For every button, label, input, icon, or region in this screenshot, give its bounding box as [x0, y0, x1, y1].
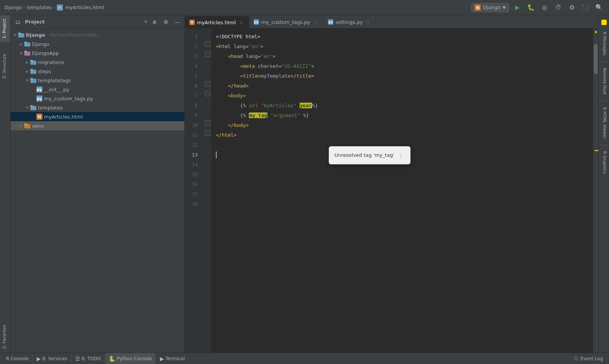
tree-django-sub[interactable]: Django [11, 39, 184, 48]
unresolved-tag-tooltip: Unresolved tag 'my_tag' ⋮ [329, 146, 411, 164]
statusbar-todo[interactable]: ☰ 6: TODO [72, 353, 104, 364]
run-button[interactable]: ▶ [512, 2, 523, 13]
editor-area: H myArticles.html × py my_custom_tags.py… [185, 15, 598, 353]
tab-close-myarticles[interactable]: × [238, 19, 244, 25]
right-panel-packages[interactable]: R Packages [599, 27, 609, 60]
fold-marker-3[interactable]: − [205, 52, 210, 57]
sidebar-item-structure[interactable]: Z: Structure [0, 50, 10, 83]
todo-label: 6: TODO [81, 356, 101, 361]
sidebar-item-favorites[interactable]: 2: Favorites [0, 321, 10, 353]
tree-djangoapp[interactable]: DjangoApp [11, 48, 184, 58]
fold-marker-11[interactable]: − [205, 130, 210, 136]
vertical-scrollbar[interactable] [593, 29, 598, 353]
code-line-9: {% my_tag "argument" %} [216, 111, 589, 120]
folder-icon-templates [30, 105, 36, 110]
code-content[interactable]: <!DOCTYPE html> <html lang="en"> <head l… [211, 29, 593, 353]
code-text-6: </head> [228, 81, 249, 91]
profile-button[interactable]: ⏱ [553, 2, 564, 13]
coverage-button[interactable]: ◎ [539, 2, 550, 13]
fold-marker-10[interactable]: − [205, 120, 210, 126]
tab-settings[interactable]: py settings.py × [323, 16, 376, 28]
statusbar-terminal[interactable]: ▶ Terminal [157, 353, 188, 364]
fold-marker-7[interactable]: − [205, 91, 210, 96]
run-config-selector[interactable]: dj Django ▼ [471, 3, 509, 12]
stop-button[interactable]: ⬛ [580, 2, 591, 13]
tooltip-menu-button[interactable]: ⋮ [397, 152, 405, 159]
tree-migrations[interactable]: migrations [11, 58, 184, 67]
run-config-dropdown-icon: ▼ [503, 5, 506, 9]
tab-myarticles[interactable]: H myArticles.html × [185, 16, 249, 28]
code-text-1: <!DOCTYPE html> [216, 32, 260, 42]
django-icon: dj [475, 5, 481, 11]
breadcrumb-templates[interactable]: templates [27, 5, 52, 10]
code-editor[interactable]: 1 2 3 4 5 6 7 8 9 10 11 12 13 14 15 16 1… [185, 29, 598, 353]
code-text-5: <title>myTemplate</title> [240, 71, 314, 81]
right-panel-remote[interactable]: Remote Host [599, 63, 609, 99]
right-panel-html-viewer[interactable]: R HTML Viewer [599, 103, 609, 143]
folder-icon-btn[interactable]: 🗂 [14, 18, 22, 26]
code-text-9: {% my_tag "argument" %} [240, 111, 309, 120]
statusbar-python-console[interactable]: 🐍 Python Console [106, 353, 155, 364]
breadcrumb-sep1: › [23, 5, 25, 10]
todo-icon: ☰ [75, 356, 80, 362]
collapse-btn[interactable]: — [173, 18, 181, 26]
tab-icon-myarticles: H [189, 20, 195, 25]
tree-label-customtags: my_custom_tags.py [44, 96, 93, 102]
code-line-10: </body> [216, 120, 589, 130]
tab-close-customtags[interactable]: × [312, 19, 319, 25]
debug-button[interactable]: 🐛 [526, 2, 536, 13]
settings-gear-btn[interactable]: ⚙ [162, 18, 170, 26]
search-button[interactable]: 🔍 [594, 2, 604, 13]
r-console-label: R Console [6, 356, 29, 361]
tree-arrow-root [12, 32, 18, 38]
tree-label-venv: venv [32, 123, 44, 129]
tab-label-settings: settings.py [336, 19, 363, 25]
tab-customtags[interactable]: py my_custom_tags.py × [249, 16, 323, 28]
code-line-11: </html> [216, 130, 589, 140]
tree-root-path: ~/PycharmProjects/Djan... [47, 33, 102, 37]
code-line-8: {% url "myArticles" year%} [216, 101, 589, 111]
tree-init-py[interactable]: py __init__.py [11, 85, 184, 94]
tree-venv[interactable]: venv [11, 121, 184, 130]
tree-myarticles-html[interactable]: H myArticles.html [11, 112, 184, 121]
breadcrumb-sep2: › [53, 5, 55, 10]
text-cursor [216, 152, 217, 158]
file-icon-myarticles: H [36, 114, 42, 120]
titlebar: Django › templates › H myArticles.html d… [0, 0, 609, 15]
python-icon: 🐍 [109, 356, 115, 362]
tree-templates-folder[interactable]: templates [11, 103, 184, 112]
statusbar-r-console[interactable]: R Console [3, 353, 32, 364]
tree-arrow-steps [24, 68, 30, 74]
code-line-16 [216, 180, 589, 189]
fold-marker-2[interactable]: − [205, 42, 210, 47]
build-button[interactable]: ⚙ [567, 2, 577, 13]
tree-steps[interactable]: steps [11, 67, 184, 76]
sidebar-item-project[interactable]: 1: Project [0, 15, 10, 42]
tab-close-settings[interactable]: × [365, 19, 371, 25]
breadcrumb-file[interactable]: myArticles.html [65, 5, 104, 10]
code-line-18 [216, 199, 589, 209]
statusbar-services[interactable]: ▶ 8: Services [34, 353, 70, 364]
svg-rect-11 [30, 78, 33, 80]
scroll-marker-line [595, 150, 598, 151]
right-panel-graphics[interactable]: R Graphics [599, 147, 609, 178]
code-text-8: {% url "myArticles" year%} [240, 101, 318, 111]
folder-icon-root [18, 32, 24, 37]
svg-rect-7 [30, 60, 33, 61]
tree-root-django[interactable]: Django ~/PycharmProjects/Djan... [11, 30, 184, 39]
fold-marker-6[interactable]: − [205, 81, 210, 86]
tree-custom-tags[interactable]: py my_custom_tags.py [11, 94, 184, 103]
tree-templatetags[interactable]: templatetags [11, 76, 184, 85]
file-tree: Django ~/PycharmProjects/Djan... Django … [11, 29, 184, 353]
tree-arrow-templates [24, 105, 30, 111]
code-line-7: <body> [216, 91, 589, 101]
scroll-thumb[interactable] [594, 44, 598, 74]
statusbar-event-log[interactable]: ① Event Log [570, 353, 606, 364]
code-line-3: <head lang="en"> [216, 52, 589, 61]
code-text-7: <body> [228, 91, 246, 101]
breadcrumb-django[interactable]: Django [5, 5, 22, 10]
code-line-2: <html lang="en"> [216, 42, 589, 52]
add-content-btn[interactable]: ⊕ [150, 18, 159, 26]
services-label: 8: Services [42, 356, 67, 361]
right-strip-indicator [601, 20, 607, 25]
